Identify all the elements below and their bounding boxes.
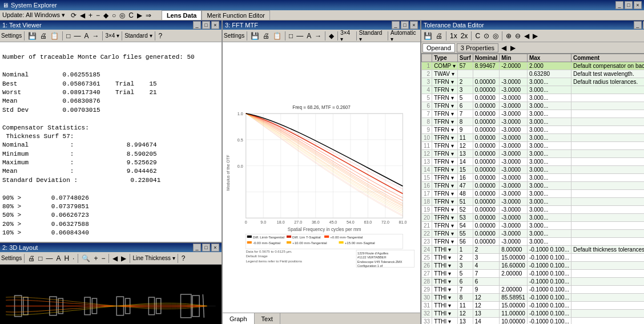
- properties-tab[interactable]: 3 Properties: [457, 43, 498, 52]
- row-min[interactable]: -3.0000: [500, 238, 528, 246]
- table-row[interactable]: 29TTHI ▾792.00000-0.1000 0.100...: [422, 286, 645, 294]
- row-surf[interactable]: 8: [457, 294, 473, 302]
- fft-icon-4[interactable]: □: [288, 32, 294, 40]
- row-comment[interactable]: [571, 310, 644, 318]
- toolbar-icon-4[interactable]: −: [95, 11, 101, 19]
- row-max[interactable]: -0.1000 0.100...: [527, 310, 571, 318]
- row-comment[interactable]: [571, 230, 644, 238]
- row-min[interactable]: 2.00000: [500, 270, 528, 278]
- row-max[interactable]: -0.1000 0.100...: [527, 270, 571, 278]
- row-max[interactable]: 3.000...: [527, 190, 571, 198]
- row-min[interactable]: 11.00000: [500, 310, 528, 318]
- row-nominal[interactable]: 0.00000: [473, 238, 499, 246]
- table-row[interactable]: 21TFRN ▾540.00000-3.00003.000...: [422, 222, 645, 230]
- tol-icon-4[interactable]: 2x: [460, 32, 469, 40]
- row-nominal[interactable]: 0.00000: [473, 110, 499, 118]
- row-max[interactable]: -0.1000 0.100...: [527, 294, 571, 302]
- toolbar-icon-7[interactable]: ◎: [118, 11, 126, 19]
- row-type[interactable]: TFRN ▾: [432, 134, 458, 142]
- row-type[interactable]: TTHI ▾: [432, 278, 458, 286]
- row-min[interactable]: 8.00000: [500, 246, 528, 254]
- table-row[interactable]: 1COMP ▾578.99467-2.00002.000Default comp…: [422, 62, 645, 70]
- row-min[interactable]: -3.0000: [500, 94, 528, 102]
- row-surf[interactable]: 9: [457, 126, 473, 134]
- tol-icon-1[interactable]: 💾: [422, 32, 433, 40]
- row-type[interactable]: TFRN ▾: [432, 102, 458, 110]
- table-row[interactable]: 6TFRN ▾60.00000-3.00003.000...: [422, 102, 645, 110]
- tol-icon-3[interactable]: 1x: [449, 32, 458, 40]
- row-max[interactable]: 3.000...: [527, 214, 571, 222]
- row-comment[interactable]: [571, 238, 644, 246]
- row-max[interactable]: 3.000...: [527, 150, 571, 158]
- row-surf[interactable]: 2: [457, 78, 473, 86]
- l3d-icon-8[interactable]: +: [92, 254, 99, 262]
- row-type[interactable]: TFRN ▾: [432, 142, 458, 150]
- row-min[interactable]: -3.0000: [500, 134, 528, 142]
- row-comment[interactable]: [571, 318, 644, 325]
- table-row[interactable]: 8TFRN ▾80.00000-3.00003.000...: [422, 118, 645, 126]
- row-min[interactable]: -3.0000: [500, 190, 528, 198]
- row-comment[interactable]: Default thickness tolerances.: [571, 246, 644, 254]
- row-type[interactable]: TFRN ▾: [432, 230, 458, 238]
- row-nominal[interactable]: 0.00000: [473, 78, 499, 86]
- row-type[interactable]: TFRN ▾: [432, 198, 458, 206]
- row-type[interactable]: TTHI ▾: [432, 262, 458, 270]
- row-comment[interactable]: [571, 254, 644, 262]
- row-comment[interactable]: [571, 86, 644, 94]
- row-max[interactable]: -0.1000 0.100...: [527, 286, 571, 294]
- row-max[interactable]: 3.000...: [527, 230, 571, 238]
- row-type[interactable]: TFRN ▾: [432, 238, 458, 246]
- row-nominal[interactable]: 0.00000: [473, 150, 499, 158]
- row-max[interactable]: 3.000...: [527, 78, 571, 86]
- row-type[interactable]: TFRN ▾: [432, 94, 458, 102]
- row-nominal[interactable]: 0.00000: [473, 166, 499, 174]
- row-min[interactable]: 16.60000: [500, 262, 528, 270]
- row-nominal[interactable]: 13: [473, 310, 499, 318]
- row-type[interactable]: TTHI ▾: [432, 246, 458, 254]
- row-surf[interactable]: 5: [457, 94, 473, 102]
- fft-icon-6[interactable]: A: [305, 32, 312, 40]
- row-surf[interactable]: 13: [457, 318, 473, 325]
- row-type[interactable]: TFRN ▾: [432, 182, 458, 190]
- row-min[interactable]: 85.58951: [500, 294, 528, 302]
- row-surf[interactable]: 55: [457, 230, 473, 238]
- row-min[interactable]: -3.0000: [500, 142, 528, 150]
- tol-icon-7[interactable]: ◎: [492, 32, 500, 40]
- row-min[interactable]: 15.00000: [500, 254, 528, 262]
- tv-minimize[interactable]: _: [193, 21, 201, 29]
- row-type[interactable]: TFRN ▾: [432, 158, 458, 166]
- table-row[interactable]: 2TWAV ▾0.63280Default test wavelength.: [422, 70, 645, 78]
- col-type[interactable]: Type: [432, 54, 458, 62]
- row-max[interactable]: 3.000...: [527, 182, 571, 190]
- row-min[interactable]: 10.00000: [500, 318, 528, 325]
- minimize-btn[interactable]: _: [615, 1, 623, 9]
- row-surf[interactable]: 51: [457, 198, 473, 206]
- row-surf[interactable]: [457, 70, 473, 78]
- row-type[interactable]: COMP ▾: [432, 62, 458, 70]
- row-max[interactable]: 3.000...: [527, 102, 571, 110]
- row-surf[interactable]: 7: [457, 110, 473, 118]
- table-row[interactable]: 31TTHI ▾111215.00000-0.1000 0.100...: [422, 302, 645, 310]
- row-min[interactable]: -3.0000: [500, 166, 528, 174]
- l3d-icon-1[interactable]: 🖨: [27, 254, 36, 262]
- row-nominal[interactable]: 12: [473, 294, 499, 302]
- row-surf[interactable]: 12: [457, 142, 473, 150]
- row-nominal[interactable]: 0.00000: [473, 198, 499, 206]
- row-nominal[interactable]: 0.00000: [473, 118, 499, 126]
- row-type[interactable]: TWAV ▾: [432, 70, 458, 78]
- tol-icon-8[interactable]: ⊕: [505, 32, 513, 40]
- l3d-icon-6[interactable]: ·: [71, 254, 75, 262]
- table-row[interactable]: 10TFRN ▾110.00000-3.00003.000...: [422, 134, 645, 142]
- grid-label[interactable]: 3×4 ▾: [105, 33, 119, 39]
- row-surf[interactable]: 56: [457, 238, 473, 246]
- row-type[interactable]: TFRN ▾: [432, 150, 458, 158]
- row-surf[interactable]: 2: [457, 254, 473, 262]
- row-comment[interactable]: [571, 190, 644, 198]
- tol-icon-10[interactable]: ◀: [523, 32, 530, 40]
- row-surf[interactable]: 7: [457, 286, 473, 294]
- toolbar-icon-2[interactable]: ◀: [79, 11, 86, 19]
- row-surf[interactable]: 12: [457, 310, 473, 318]
- row-comment[interactable]: [571, 158, 644, 166]
- row-min[interactable]: -3.0000: [500, 174, 528, 182]
- tv-maximize[interactable]: □: [202, 21, 210, 29]
